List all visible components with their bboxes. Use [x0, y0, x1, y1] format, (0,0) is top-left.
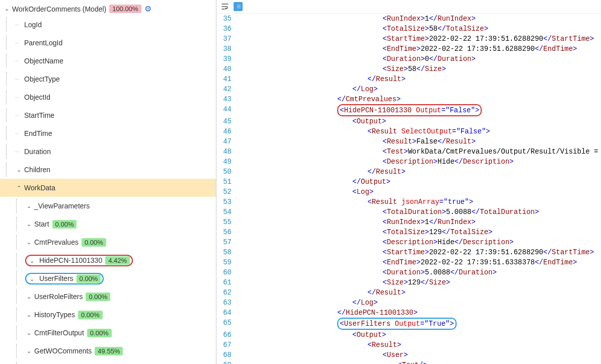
tree-label: HistoryTypes: [34, 311, 75, 319]
code-line[interactable]: 37 <StartTime>2022-02-22 17:39:51.628829…: [216, 34, 601, 44]
code-line[interactable]: 46 <Result SelectOutput="False">: [216, 126, 601, 136]
percent-badge: 0.00%: [87, 329, 112, 337]
code-line[interactable]: 62 </Result>: [216, 287, 601, 298]
tree-item[interactable]: ⌄ HistoryTypes0.00%: [0, 306, 216, 324]
tree-item[interactable]: ⌄ UserFilters0.00%: [0, 269, 216, 287]
leaf-dot-icon: ···: [15, 58, 22, 63]
tree-label: Children: [24, 166, 50, 174]
line-number: 43: [216, 94, 237, 104]
line-number: 42: [216, 84, 237, 94]
chevron-down-icon: ⌄: [3, 6, 10, 13]
code-line[interactable]: 60 <Duration>5.0088</Duration>: [216, 267, 601, 277]
chevron-down-icon: ⌄: [25, 347, 32, 354]
code-line[interactable]: 51 </Output>: [216, 177, 601, 187]
code-line[interactable]: 35 <RunIndex>1</RunIndex>: [216, 14, 601, 24]
tree-label: StartTime: [24, 111, 54, 119]
code-line[interactable]: 58 <StartTime>2022-02-22 17:39:51.628829…: [216, 247, 601, 257]
tree-label: ObjectType: [24, 75, 60, 83]
tree-item[interactable]: ··· EndTime: [0, 124, 216, 142]
line-number: 58: [216, 247, 237, 257]
line-number: 45: [216, 116, 237, 126]
tree-item-children[interactable]: ⌄ Children: [0, 161, 216, 179]
code-line[interactable]: 68 <User>: [216, 350, 601, 360]
tree-label: CmtFilterOutput: [34, 329, 84, 337]
chevron-down-icon: ⌄: [25, 239, 32, 246]
code-line[interactable]: 50 </Result>: [216, 167, 601, 177]
code-line[interactable]: 38 <EndTime>2022-02-22 17:39:51.6288290<…: [216, 44, 601, 54]
tree-item[interactable]: ··· ObjectName: [0, 52, 216, 70]
line-number: 62: [216, 287, 237, 298]
code-line[interactable]: 42 </Log>: [216, 84, 601, 94]
code-line[interactable]: 66 <Output>: [216, 330, 601, 340]
line-number: 57: [216, 237, 237, 247]
chevron-down-icon: ⌄: [25, 202, 32, 209]
line-number: 39: [216, 54, 237, 64]
tree-label: Duration: [24, 148, 51, 156]
code-line[interactable]: 48 <Test>WorkData/CmtPrevalues/Output/Re…: [216, 147, 601, 157]
tree-label: ObjectId: [24, 93, 50, 101]
tree-label: EndTime: [24, 129, 52, 137]
tree-item[interactable]: ⌄ WOComments0.00%: [0, 360, 216, 364]
leaf-dot-icon: ···: [15, 131, 22, 136]
code-line[interactable]: 39 <Duration>0</Duration>: [216, 54, 601, 64]
line-number: 59: [216, 257, 237, 267]
panel-icon[interactable]: [234, 2, 243, 11]
line-number: 41: [216, 74, 237, 84]
code-line[interactable]: 43 </CmtPrevalues>: [216, 94, 601, 104]
svg-rect-1: [236, 5, 238, 9]
tree-label: GetWOComments: [34, 347, 92, 355]
wrap-icon[interactable]: [220, 2, 230, 11]
tree-item[interactable]: ⌄ Start0.00%: [0, 215, 216, 233]
code-line[interactable]: 47 <Result>False</Result>: [216, 136, 601, 147]
code-line[interactable]: 61 <Size>129</Size>: [216, 277, 601, 287]
code-line[interactable]: 63 </Log>: [216, 298, 601, 308]
tree-label: Start: [34, 220, 49, 228]
line-number: 50: [216, 167, 237, 177]
percent-badge: 100.00%: [109, 5, 141, 13]
tree-label: UserFilters: [39, 274, 73, 282]
code-line[interactable]: 67 <Result>: [216, 340, 601, 350]
tree-item[interactable]: ··· StartTime: [0, 106, 216, 124]
tree-item-workdata[interactable]: ⌃ WorkData: [0, 179, 216, 197]
tree-item[interactable]: ··· ParentLogId: [0, 34, 216, 52]
line-number: 67: [216, 340, 237, 350]
code-line[interactable]: 53 <Result jsonArray="true">: [216, 197, 601, 207]
code-line[interactable]: 56 <TotalSize>129</TotalSize>: [216, 227, 601, 237]
tree-item[interactable]: ⌄ GetWOComments49.55%: [0, 342, 216, 360]
code-line[interactable]: 41 </Result>: [216, 74, 601, 84]
tree-item[interactable]: ··· ObjectType: [0, 70, 216, 88]
code-editor[interactable]: 35 <RunIndex>1</RunIndex> 36 <TotalSize>…: [216, 14, 601, 364]
line-number: 64: [216, 308, 237, 318]
line-number: 65: [216, 318, 237, 328]
tree-item[interactable]: ⌄ CmtFilterOutput0.00%: [0, 324, 216, 342]
tree-label: HidePCN-11001330: [39, 256, 102, 264]
highlight-blue: ⌄ UserFilters0.00%: [25, 273, 104, 284]
code-line[interactable]: 44 <HidePCN-11001330 Output="False">: [216, 104, 601, 116]
code-line[interactable]: 45 <Output>: [216, 116, 601, 126]
code-line[interactable]: 65 <UserFilters Output="True">: [216, 318, 601, 330]
chevron-down-icon: ⌄: [25, 329, 32, 336]
tree-item[interactable]: ⌄ UserRoleFilters0.00%: [0, 287, 216, 306]
code-line[interactable]: 57 <Description>Hide</Description>: [216, 237, 601, 247]
code-line[interactable]: 55 <RunIndex>1</RunIndex>: [216, 217, 601, 227]
code-line[interactable]: 59 <EndTime>2022-02-22 17:39:51.6338378<…: [216, 257, 601, 267]
tree-root[interactable]: ⌄ WorkOrderComments (Model) 100.00% ⚙: [0, 2, 216, 16]
percent-badge: 0.00%: [86, 293, 110, 301]
code-line[interactable]: 40 <Size>58</Size>: [216, 64, 601, 74]
code-line[interactable]: 36 <TotalSize>58</TotalSize>: [216, 24, 601, 34]
tree-item[interactable]: ··· ObjectId: [0, 88, 216, 106]
code-line[interactable]: 52 <Log>: [216, 187, 601, 197]
percent-badge: 0.00%: [82, 238, 106, 247]
tree-item[interactable]: ⌄ CmtPrevalues0.00%: [0, 233, 216, 251]
code-line[interactable]: 69 <Text/>: [216, 360, 601, 364]
line-number: 60: [216, 267, 237, 277]
code-line[interactable]: 54 <TotalDuration>5.0088</TotalDuration>: [216, 207, 601, 217]
highlight-blue: <UserFilters Output="True">: [337, 318, 457, 330]
tree-item[interactable]: ··· LogId: [0, 16, 216, 34]
code-line[interactable]: 49 <Description>Hide</Description>: [216, 157, 601, 167]
tree-item[interactable]: ⌄ HidePCN-110013304.42%: [0, 251, 216, 269]
tree-item[interactable]: ⌄ _ViewParameters: [0, 197, 216, 215]
code-line[interactable]: 64 </HidePCN-11001330>: [216, 308, 601, 318]
gear-icon[interactable]: ⚙: [144, 4, 152, 14]
tree-item[interactable]: ··· Duration: [0, 142, 216, 161]
